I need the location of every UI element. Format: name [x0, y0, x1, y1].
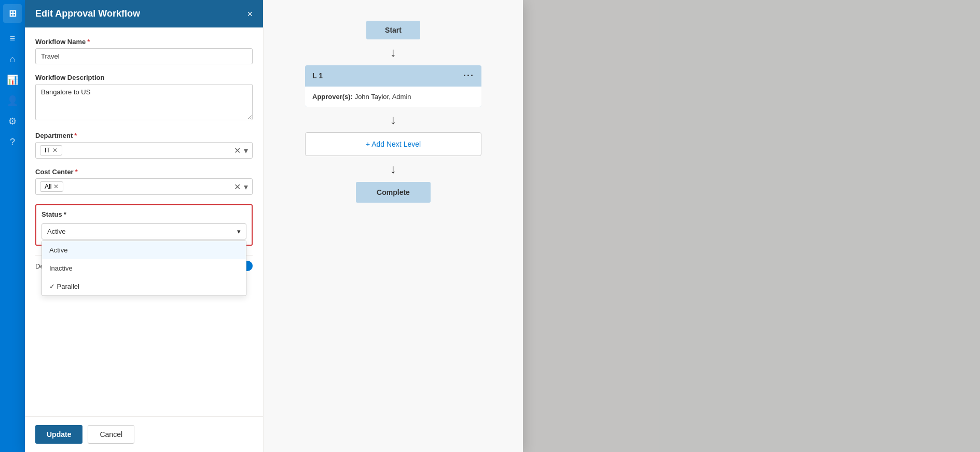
required-star: *: [64, 210, 66, 218]
clear-department-icon[interactable]: ✕: [234, 146, 241, 156]
status-dropdown: Active Inactive ✓ Parallel: [42, 241, 246, 296]
required-star: *: [74, 132, 77, 139]
department-tag-actions: ✕ ▾: [234, 146, 248, 156]
department-group: Department * IT ✕ ✕: [35, 132, 253, 159]
cost-center-tag-actions: ✕ ▾: [234, 182, 248, 192]
required-star: *: [75, 168, 78, 176]
dropdown-item-active[interactable]: Active: [42, 241, 246, 259]
start-button: Start: [366, 21, 420, 39]
chart-icon[interactable]: 📊: [3, 70, 22, 89]
approvers-value: John Taylor, Admin: [355, 93, 411, 101]
cost-center-group: Cost Center * All ✕ ✕: [35, 168, 253, 195]
remove-department-tag[interactable]: ✕: [52, 147, 58, 154]
chevron-status-icon: ▾: [237, 228, 241, 235]
sidebar: ⊞ ≡ ⌂ 📊 👤 ⚙ ?: [0, 0, 25, 452]
status-label: Status *: [36, 205, 252, 221]
status-selected-value: Active: [47, 228, 65, 235]
arrow-down-2: ↓: [390, 111, 396, 129]
chevron-cost-center-icon[interactable]: ▾: [244, 182, 248, 192]
status-section: Status * Active ▾ Active Inacti: [35, 204, 253, 246]
level-1-title: L 1: [312, 72, 323, 80]
chevron-department-icon[interactable]: ▾: [244, 146, 248, 156]
clear-cost-center-icon[interactable]: ✕: [234, 182, 241, 192]
workflow-name-group: Workflow Name *: [35, 38, 253, 64]
department-label: Department *: [35, 132, 253, 139]
arrow-down-3: ↓: [390, 160, 396, 178]
gear-icon[interactable]: ⚙: [3, 112, 22, 131]
modal-form: Edit Approval Workflow × Workflow Name *: [25, 0, 264, 452]
workflow-desc-group: Workflow Description Bangalore to US: [35, 74, 253, 122]
home-icon[interactable]: ⌂: [3, 50, 22, 68]
approvers-label: Approver(s):: [312, 93, 353, 101]
level-1-body: Approver(s): John Taylor, Admin: [305, 87, 481, 107]
workflow-name-label: Workflow Name *: [35, 38, 253, 46]
cancel-button[interactable]: Cancel: [88, 425, 134, 444]
form-body: Workflow Name * Workflow Description Ban…: [25, 27, 263, 416]
workflow-desc-label: Workflow Description: [35, 74, 253, 81]
remove-cost-center-tag[interactable]: ✕: [53, 183, 59, 190]
department-tag: IT ✕: [40, 145, 62, 156]
people-icon[interactable]: 👤: [3, 91, 22, 110]
dropdown-item-parallel[interactable]: ✓ Parallel: [42, 277, 246, 295]
level-1-card: L 1 ··· Approver(s): John Taylor, Admin: [305, 65, 481, 107]
arrow-down-1: ↓: [390, 44, 396, 61]
dropdown-item-inactive[interactable]: Inactive: [42, 259, 246, 277]
app-logo-icon: ⊞: [9, 8, 17, 19]
close-button[interactable]: ×: [247, 9, 253, 19]
hamburger-icon[interactable]: ≡: [3, 29, 22, 48]
level-1-header: L 1 ···: [305, 65, 481, 87]
cost-center-label: Cost Center *: [35, 168, 253, 176]
modal-workflow: Start ↓ L 1 ··· Approver(s): John Taylor…: [264, 0, 523, 452]
form-footer: Update Cancel: [25, 416, 263, 452]
workflow-name-input[interactable]: [35, 48, 253, 64]
status-select[interactable]: Active ▾: [42, 223, 246, 239]
required-star: *: [87, 38, 90, 46]
cost-center-input[interactable]: All ✕ ✕ ▾: [35, 178, 253, 195]
modal-title: Edit Approval Workflow: [35, 8, 140, 19]
app-logo: ⊞: [3, 4, 22, 23]
main-panel: My Expenses All 6 Draf Expense ID ↑ ET#1…: [25, 0, 980, 452]
cost-center-tag: All ✕: [40, 181, 63, 192]
modal-overlay: Edit Approval Workflow × Workflow Name *: [25, 0, 980, 452]
complete-button: Complete: [356, 182, 431, 203]
workflow-desc-input[interactable]: Bangalore to US: [35, 84, 253, 120]
modal-header: Edit Approval Workflow ×: [25, 0, 263, 27]
update-button[interactable]: Update: [35, 425, 82, 444]
add-next-level-button[interactable]: + Add Next Level: [305, 132, 481, 156]
edit-modal: Edit Approval Workflow × Workflow Name *: [25, 0, 523, 452]
department-input[interactable]: IT ✕ ✕ ▾: [35, 142, 253, 159]
help-icon[interactable]: ?: [3, 133, 22, 151]
level-1-menu-icon[interactable]: ···: [463, 70, 474, 81]
